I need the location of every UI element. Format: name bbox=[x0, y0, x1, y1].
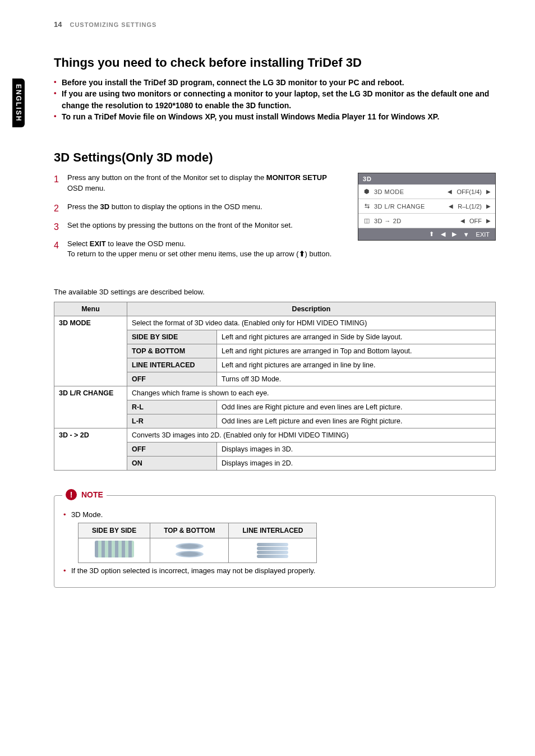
list-item: If you are using two monitors or connect… bbox=[54, 88, 496, 111]
step-number: 3 bbox=[54, 220, 59, 233]
cell-key: OFF bbox=[127, 372, 217, 386]
page-number: 14 bbox=[54, 20, 62, 29]
note-icon: ! bbox=[66, 489, 77, 500]
osd-label: 3D MODE bbox=[374, 188, 444, 195]
step-3: 3 Set the options by pressing the button… bbox=[54, 220, 341, 231]
note-bullet: If the 3D option selected is incorrect, … bbox=[63, 565, 486, 577]
step-text: Press any button on the front of the Mon… bbox=[67, 173, 266, 182]
cell-val: Odd lines are Left picture and even line… bbox=[217, 414, 496, 428]
lr-icon: ⇆ bbox=[363, 202, 371, 210]
osd-value: OFF(1/4) bbox=[456, 188, 482, 195]
page-section: CUSTOMIZING SETTINGS bbox=[70, 21, 156, 28]
step-number: 2 bbox=[54, 202, 59, 215]
step-text: Press the bbox=[67, 202, 100, 211]
mode-head: SIDE BY SIDE bbox=[79, 523, 150, 538]
cell-key: LINE INTERLACED bbox=[127, 358, 217, 372]
note-box: ! NOTE 3D Mode. SIDE BY SIDE TOP & BOTTO… bbox=[54, 495, 496, 588]
step-number: 1 bbox=[54, 173, 59, 186]
step-2: 2 Press the 3D button to display the opt… bbox=[54, 202, 341, 213]
note-text: 3D Mode. bbox=[71, 510, 103, 519]
osd-row-3d-mode[interactable]: ⬢ 3D MODE ◀OFF(1/4)▶ bbox=[358, 185, 495, 199]
step-text: OSD menu. bbox=[67, 184, 105, 192]
cell-3d-2d: 3D - > 2D bbox=[54, 428, 127, 471]
cell-desc: Changes which frame is shown to each eye… bbox=[127, 386, 496, 400]
osd-label: 3D L/R CHANGE bbox=[374, 203, 445, 210]
cell-val: Displays images in 3D. bbox=[217, 442, 496, 457]
step-text: Set the options by pressing the buttons … bbox=[67, 221, 293, 229]
top-bottom-icon bbox=[164, 543, 215, 557]
right-arrow-icon[interactable]: ▶ bbox=[486, 188, 491, 195]
mode-head: TOP & BOTTOM bbox=[150, 523, 229, 538]
cell-val: Turns off 3D Mode. bbox=[217, 372, 496, 386]
mode-head: LINE INTERLACED bbox=[229, 523, 317, 538]
cell-val: Left and right pictures are arranged in … bbox=[217, 358, 496, 372]
side-by-side-icon bbox=[95, 541, 134, 557]
cell-key: R-L bbox=[127, 400, 217, 414]
convert-icon: ◫ bbox=[363, 217, 371, 224]
left-arrow-icon[interactable]: ◀ bbox=[448, 188, 452, 195]
line-interlaced-icon bbox=[242, 543, 303, 558]
osd-nav-bar: ⬆ ◀ ▶ ▼ EXIT bbox=[358, 228, 495, 240]
step-text: button to display the options in the OSD… bbox=[109, 202, 262, 211]
cell-val: Left and right pictures are arranged in … bbox=[217, 330, 496, 344]
cell-key: TOP & BOTTOM bbox=[127, 344, 217, 358]
note-title: NOTE bbox=[81, 490, 103, 499]
section2-title: 3D Settings(Only 3D mode) bbox=[54, 150, 496, 165]
mode-cell bbox=[79, 538, 150, 563]
th-menu: Menu bbox=[54, 302, 127, 316]
osd-label: 3D → 2D bbox=[374, 218, 457, 224]
osd-title: 3D bbox=[358, 173, 495, 185]
right-arrow-icon[interactable]: ▶ bbox=[486, 203, 491, 209]
nav-up-icon[interactable]: ⬆ bbox=[429, 231, 434, 238]
step-1: 1 Press any button on the front of the M… bbox=[54, 173, 341, 194]
list-item: To run a TriDef Movie file on Windows XP… bbox=[54, 111, 496, 122]
cell-key: ON bbox=[127, 457, 217, 471]
osd-row-lr-change[interactable]: ⇆ 3D L/R CHANGE ◀R–L(1/2)▶ bbox=[358, 199, 495, 214]
step-4: 4 Select EXIT to leave the OSD menu. To … bbox=[54, 239, 341, 260]
cell-val: Left and right pictures are arranged in … bbox=[217, 344, 496, 358]
note-bullet: 3D Mode. SIDE BY SIDE TOP & BOTTOM LINE … bbox=[63, 509, 486, 563]
osd-value: R–L(1/2) bbox=[458, 203, 482, 210]
section1-title: Things you need to check before installi… bbox=[54, 56, 496, 70]
cell-val: Displays images in 2D. bbox=[217, 457, 496, 471]
list-item: Before you install the TriDef 3D program… bbox=[54, 77, 496, 88]
nav-down-icon[interactable]: ▼ bbox=[463, 231, 469, 238]
osd-row-3d-2d[interactable]: ◫ 3D → 2D ◀OFF▶ bbox=[358, 214, 495, 228]
step-text: To return to the upper menu or set other… bbox=[67, 250, 299, 258]
language-tab: ENGLISH bbox=[12, 79, 25, 127]
cell-desc: Select the format of 3D video data. (Ena… bbox=[127, 316, 496, 330]
step-strong: MONITOR SETUP bbox=[266, 173, 327, 182]
left-arrow-icon[interactable]: ◀ bbox=[460, 218, 465, 224]
section1-bullets: Before you install the TriDef 3D program… bbox=[54, 77, 496, 122]
step-text: to leave the OSD menu. bbox=[106, 239, 186, 248]
left-arrow-icon[interactable]: ◀ bbox=[449, 203, 453, 209]
step-text: ) button. bbox=[305, 250, 332, 258]
step-strong: EXIT bbox=[90, 239, 106, 248]
mode-cell bbox=[229, 538, 317, 563]
cell-lr-change: 3D L/R CHANGE bbox=[54, 386, 127, 428]
step-number: 4 bbox=[54, 239, 59, 252]
th-description: Description bbox=[127, 302, 496, 316]
mode-icon: ⬢ bbox=[363, 188, 371, 195]
mode-table: SIDE BY SIDE TOP & BOTTOM LINE INTERLACE… bbox=[78, 523, 317, 563]
cell-desc: Converts 3D images into 2D. (Enabled onl… bbox=[127, 428, 496, 442]
osd-value: OFF bbox=[469, 218, 482, 224]
nav-right-icon[interactable]: ▶ bbox=[452, 231, 456, 238]
nav-left-icon[interactable]: ◀ bbox=[441, 231, 445, 238]
osd-panel: 3D ⬢ 3D MODE ◀OFF(1/4)▶ ⇆ 3D L/R CHANGE … bbox=[358, 173, 496, 241]
settings-table: Menu Description 3D MODE Select the form… bbox=[54, 302, 496, 471]
step-strong: 3D bbox=[100, 202, 110, 211]
up-arrow-icon: ⬆ bbox=[299, 250, 305, 258]
cell-key: OFF bbox=[127, 442, 217, 457]
available-settings-text: The available 3D settings are described … bbox=[54, 288, 496, 296]
cell-key: SIDE BY SIDE bbox=[127, 330, 217, 344]
cell-3d-mode: 3D MODE bbox=[54, 316, 127, 386]
steps-list: 1 Press any button on the front of the M… bbox=[54, 173, 341, 260]
mode-cell bbox=[150, 538, 229, 563]
cell-val: Odd lines are Right picture and even lin… bbox=[217, 400, 496, 414]
right-arrow-icon[interactable]: ▶ bbox=[486, 218, 491, 224]
cell-key: L-R bbox=[127, 414, 217, 428]
step-text: Select bbox=[67, 239, 90, 248]
nav-exit-button[interactable]: EXIT bbox=[476, 231, 490, 238]
